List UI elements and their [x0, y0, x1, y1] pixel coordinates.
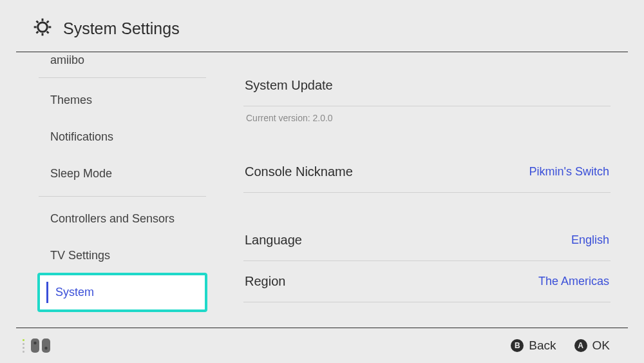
- row-region[interactable]: Region The Americas: [243, 261, 611, 302]
- row-console-nickname[interactable]: Console Nickname Pikmin's Switch: [243, 152, 611, 193]
- back-button[interactable]: B Back: [511, 338, 556, 353]
- svg-point-0: [38, 23, 48, 32]
- sidebar-item-themes[interactable]: Themes: [39, 82, 206, 119]
- svg-point-12: [44, 347, 47, 349]
- joycon-icon: [30, 337, 53, 354]
- row-date-time[interactable]: Date and Time: [243, 302, 611, 317]
- page-title: System Settings: [63, 19, 180, 38]
- row-value: The Americas: [538, 275, 609, 288]
- sidebar-item-controllers[interactable]: Controllers and Sensors: [39, 201, 206, 237]
- controller-status-icon: [23, 337, 53, 354]
- header: System Settings: [0, 0, 644, 52]
- row-value: English: [571, 233, 609, 247]
- sidebar-item-label: Controllers and Sensors: [50, 212, 175, 225]
- main-area: amiibo Themes Notifications Sleep Mode C…: [0, 52, 644, 317]
- row-label: Date and Time: [245, 315, 328, 317]
- a-button-icon: A: [574, 339, 587, 352]
- row-label: Region: [245, 274, 285, 289]
- content-panel: System Update Current version: 2.0.0 Con…: [206, 52, 644, 317]
- svg-line-6: [47, 32, 49, 34]
- svg-rect-10: [42, 338, 50, 353]
- row-label: Console Nickname: [245, 164, 353, 179]
- sidebar-item-notifications[interactable]: Notifications: [39, 119, 206, 155]
- row-language[interactable]: Language English: [243, 220, 611, 261]
- footer-actions: B Back A OK: [511, 338, 610, 353]
- sidebar-item-tv-settings[interactable]: TV Settings: [39, 237, 206, 274]
- svg-line-7: [37, 32, 39, 34]
- b-button-icon: B: [511, 339, 524, 352]
- svg-line-8: [47, 21, 49, 23]
- row-value: Pikmin's Switch: [529, 165, 609, 179]
- ok-button[interactable]: A OK: [574, 338, 610, 353]
- row-label: System Update: [245, 78, 333, 93]
- sidebar-item-sleep-mode[interactable]: Sleep Mode: [39, 155, 206, 192]
- row-system-update[interactable]: System Update: [243, 52, 611, 106]
- sidebar-item-label: Sleep Mode: [50, 167, 112, 180]
- sidebar-divider: [39, 196, 206, 197]
- sidebar-item-label: Themes: [50, 93, 92, 106]
- svg-rect-13: [40, 338, 41, 353]
- spacer: [243, 211, 611, 220]
- sidebar-divider: [39, 77, 206, 78]
- row-label: Language: [245, 233, 302, 248]
- sidebar-item-amiibo[interactable]: amiibo: [39, 52, 206, 74]
- spacer: [243, 133, 611, 152]
- back-label: Back: [529, 338, 556, 353]
- svg-point-11: [33, 342, 36, 344]
- system-update-version: Current version: 2.0.0: [243, 106, 611, 133]
- sidebar-item-system[interactable]: System: [39, 274, 206, 311]
- settings-gear-icon: [32, 17, 53, 40]
- sidebar: amiibo Themes Notifications Sleep Mode C…: [0, 52, 206, 317]
- svg-rect-9: [31, 338, 39, 353]
- spacer: [243, 193, 611, 211]
- sidebar-item-label: System: [55, 286, 94, 299]
- footer: B Back A OK: [16, 328, 628, 363]
- sidebar-item-label: Notifications: [50, 130, 113, 143]
- sidebar-item-label: amiibo: [50, 54, 84, 66]
- ok-label: OK: [592, 338, 610, 353]
- svg-line-5: [37, 21, 39, 23]
- sidebar-item-label: TV Settings: [50, 249, 110, 262]
